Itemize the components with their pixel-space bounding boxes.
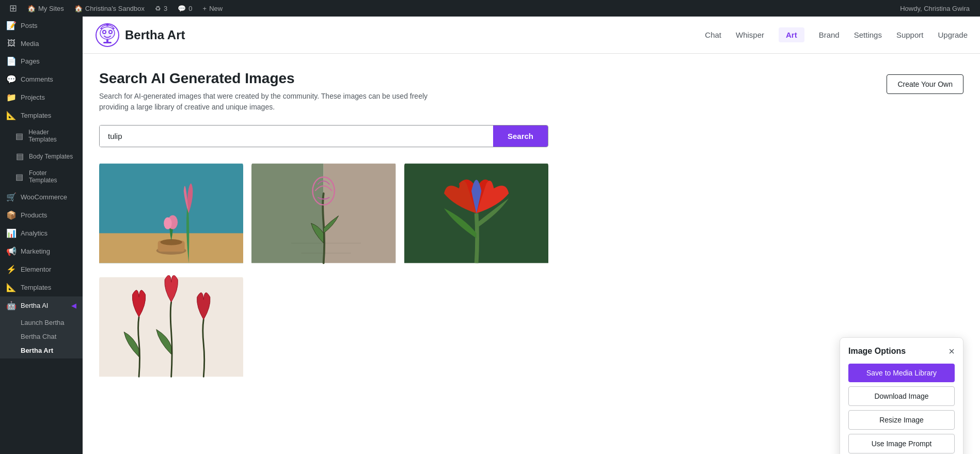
- popup-header: Image Options ×: [848, 346, 955, 356]
- sidebar-body-templates-label: Body Templates: [29, 153, 73, 160]
- image-card-2[interactable]: [251, 162, 396, 267]
- page-content: Search AI Generated Images Search for AI…: [83, 54, 980, 454]
- sidebar-item-posts[interactable]: 📝 Posts: [0, 17, 83, 35]
- bertha-ai-arrow: ◀: [71, 302, 76, 309]
- sidebar-woocommerce-label: WooCommerce: [21, 193, 67, 201]
- plugin-header: Bertha Art Chat Whisper Art Brand Settin…: [83, 17, 980, 54]
- search-button[interactable]: Search: [493, 126, 548, 147]
- pages-icon: 📄: [6, 56, 17, 66]
- plugin-logo-text: Bertha Art: [125, 28, 185, 42]
- svg-rect-10: [103, 42, 112, 43]
- main-layout: 📝 Posts 🖼 Media 📄 Pages 💬 Comments 📁 Pro…: [0, 17, 980, 454]
- sidebar-comments-label: Comments: [21, 75, 53, 83]
- sidebar-item-templates2[interactable]: 📐 Templates: [0, 278, 83, 296]
- sidebar-projects-label: Projects: [21, 93, 45, 101]
- templates2-icon: 📐: [6, 283, 17, 292]
- my-sites-label: My Sites: [38, 5, 64, 12]
- sidebar-pages-label: Pages: [21, 57, 40, 65]
- sidebar-item-header-templates[interactable]: ▤ Header Templates: [0, 124, 83, 147]
- wp-logo-item[interactable]: ⊞: [4, 0, 22, 17]
- sidebar-item-footer-templates[interactable]: ▤ Footer Templates: [0, 165, 83, 188]
- image-card-3[interactable]: [404, 162, 548, 267]
- title-block: Search AI Generated Images Search for AI…: [99, 70, 450, 113]
- admin-bar: ⊞ 🏠 My Sites 🏠 Christina's Sandbox ♻ 3 💬…: [0, 0, 980, 17]
- sidebar-posts-label: Posts: [21, 22, 38, 29]
- new-icon: +: [203, 5, 207, 12]
- sidebar-bertha-ai-label: Bertha AI: [21, 302, 48, 309]
- home-icon: 🏠: [27, 5, 36, 12]
- sidebar-item-woocommerce[interactable]: 🛒 WooCommerce: [0, 188, 83, 206]
- svg-rect-18: [251, 164, 324, 263]
- top-row: Search AI Generated Images Search for AI…: [99, 70, 963, 113]
- download-image-button[interactable]: Download Image: [848, 386, 955, 406]
- posts-icon: 📝: [6, 21, 17, 30]
- wp-logo-icon: ⊞: [9, 3, 17, 14]
- sidebar-item-templates[interactable]: 📐 Templates: [0, 106, 83, 124]
- nav-art[interactable]: Art: [779, 27, 804, 42]
- sidebar-media-label: Media: [21, 40, 39, 48]
- svg-point-17: [164, 217, 171, 229]
- bertha-ai-icon: 🤖: [6, 301, 17, 310]
- use-image-prompt-button[interactable]: Use Image Prompt: [848, 434, 955, 453]
- bertha-art-label: Bertha Art: [21, 347, 53, 354]
- nav-chat[interactable]: Chat: [705, 28, 721, 41]
- sidebar-item-bertha-art[interactable]: Bertha Art: [0, 343, 83, 357]
- svg-point-5: [109, 31, 112, 33]
- image-options-popup: Image Options × Save to Media Library Do…: [840, 337, 963, 454]
- site-name-label: Christina's Sandbox: [85, 5, 145, 12]
- header-templates-icon: ▤: [14, 131, 24, 141]
- projects-icon: 📁: [6, 92, 17, 102]
- create-own-button[interactable]: Create Your Own: [887, 74, 963, 94]
- sidebar-item-body-templates[interactable]: ▤ Body Templates: [0, 147, 83, 165]
- image-card-4[interactable]: [99, 275, 243, 381]
- footer-templates-icon: ▤: [14, 172, 25, 182]
- sidebar-item-projects[interactable]: 📁 Projects: [0, 88, 83, 106]
- sidebar-item-bertha-chat[interactable]: Bertha Chat: [0, 330, 83, 343]
- image-card-1[interactable]: [99, 162, 243, 267]
- products-icon: 📦: [6, 210, 17, 220]
- nav-whisper[interactable]: Whisper: [736, 28, 764, 41]
- sidebar-products-label: Products: [21, 211, 47, 219]
- nav-upgrade[interactable]: Upgrade: [938, 28, 968, 41]
- sidebar-item-elementor[interactable]: ⚡ Elementor: [0, 260, 83, 278]
- content-area: Bertha Art Chat Whisper Art Brand Settin…: [83, 17, 980, 454]
- updates-item[interactable]: ♻ 3: [150, 0, 172, 17]
- sidebar-item-launch-bertha[interactable]: Launch Bertha: [0, 316, 83, 330]
- launch-bertha-label: Launch Bertha: [21, 319, 65, 326]
- page-subtitle: Search for AI-generated images that were…: [99, 91, 450, 113]
- image-section: Image Options × Save to Media Library Do…: [99, 162, 963, 381]
- nav-brand[interactable]: Brand: [819, 28, 840, 41]
- image-grid: [99, 162, 548, 381]
- sidebar: 📝 Posts 🖼 Media 📄 Pages 💬 Comments 📁 Pro…: [0, 17, 83, 454]
- tulip-image-2: [251, 162, 396, 265]
- search-input[interactable]: [100, 126, 493, 147]
- sidebar-elementor-label: Elementor: [21, 265, 51, 273]
- resize-image-button[interactable]: Resize Image: [848, 410, 955, 430]
- comments-item[interactable]: 💬 0: [172, 0, 197, 17]
- sidebar-footer-templates-label: Footer Templates: [29, 169, 76, 184]
- sidebar-item-analytics[interactable]: 📊 Analytics: [0, 224, 83, 242]
- bertha-chat-label: Bertha Chat: [21, 333, 56, 340]
- bertha-ai-submenu: Launch Bertha Bertha Chat Bertha Art: [0, 315, 83, 358]
- svg-point-4: [103, 31, 105, 33]
- sidebar-item-products[interactable]: 📦 Products: [0, 206, 83, 224]
- site-name-item[interactable]: 🏠 Christina's Sandbox: [69, 0, 150, 17]
- new-item[interactable]: + New: [198, 0, 228, 17]
- updates-icon: ♻: [155, 5, 161, 12]
- sidebar-item-comments[interactable]: 💬 Comments: [0, 70, 83, 88]
- sidebar-analytics-label: Analytics: [21, 229, 48, 237]
- nav-settings[interactable]: Settings: [854, 28, 882, 41]
- my-sites-item[interactable]: 🏠 My Sites: [22, 0, 69, 17]
- sidebar-item-bertha-ai[interactable]: 🤖 Bertha AI ◀: [0, 296, 83, 315]
- sidebar-item-media[interactable]: 🖼 Media: [0, 35, 83, 52]
- popup-title: Image Options: [848, 347, 906, 356]
- nav-support[interactable]: Support: [896, 28, 924, 41]
- search-row: Search: [99, 125, 548, 147]
- save-to-media-button[interactable]: Save to Media Library: [848, 364, 955, 382]
- body-templates-icon: ▤: [14, 151, 25, 161]
- templates-icon: 📐: [6, 111, 17, 120]
- sidebar-item-pages[interactable]: 📄 Pages: [0, 52, 83, 70]
- sidebar-templates-label: Templates: [21, 112, 51, 119]
- popup-close-button[interactable]: ×: [949, 346, 955, 356]
- sidebar-item-marketing[interactable]: 📢 Marketing: [0, 242, 83, 260]
